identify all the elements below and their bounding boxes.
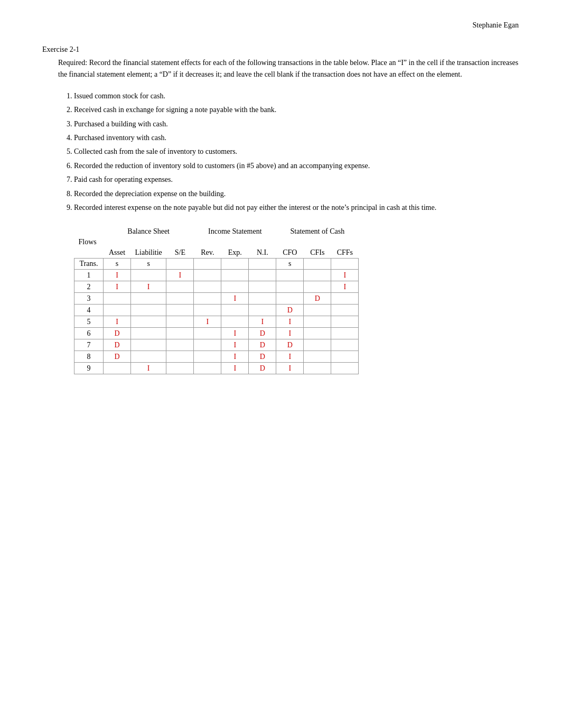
cfi-blank [304, 259, 331, 270]
instructions: Required: Record the financial statement… [58, 57, 519, 81]
table-cell: I [131, 363, 166, 374]
table-cell [104, 363, 131, 374]
table-cell [131, 305, 166, 316]
table-cell [304, 270, 331, 281]
table-cell [331, 328, 359, 339]
table-cell [331, 339, 359, 351]
table-cell: I [221, 328, 249, 339]
list-item: Paid cash for operating expenses. [74, 174, 519, 186]
table-cell [221, 316, 249, 328]
table-cell: 1 [74, 270, 104, 281]
table-cell: D [104, 328, 131, 339]
table-cell: I [276, 351, 304, 363]
rev-blank [194, 259, 221, 270]
table-cell: D [104, 351, 131, 363]
table-cell: I [194, 316, 221, 328]
table-cell [221, 270, 249, 281]
table-cell: I [331, 281, 359, 293]
trans-header [74, 247, 104, 259]
table-cell: D [104, 339, 131, 351]
table-cell [304, 316, 331, 328]
table-cell [249, 281, 276, 293]
table-cell [194, 305, 221, 316]
cfo-header: CFO [276, 247, 304, 259]
list-item: Recorded the depreciation expense on the… [74, 188, 519, 200]
table-cell [194, 281, 221, 293]
table-cell [304, 351, 331, 363]
cfi-header: CFIs [304, 247, 331, 259]
table-row: 7DIDD [74, 339, 359, 351]
table-cell [249, 270, 276, 281]
income-statement-header: Income Statement [194, 226, 276, 237]
table-row: 5IIII [74, 316, 359, 328]
table-row: 1III [74, 270, 359, 281]
table-cell: 6 [74, 328, 104, 339]
table-section: Balance Sheet Income Statement Statement… [74, 226, 519, 374]
rev-header: Rev. [194, 247, 221, 259]
table-cell: D [276, 305, 304, 316]
exp-header: Exp. [221, 247, 249, 259]
flows-spacer [104, 237, 359, 247]
group-header-row: Balance Sheet Income Statement Statement… [74, 226, 359, 237]
balance-sheet-header: Balance Sheet [104, 226, 194, 237]
se-header: S/E [166, 247, 194, 259]
table-cell: D [276, 339, 304, 351]
empty-cell [74, 226, 104, 237]
table-cell [131, 351, 166, 363]
table-cell [249, 293, 276, 305]
table-cell: I [221, 339, 249, 351]
table-cell [131, 293, 166, 305]
trans-label: Trans. [74, 259, 104, 270]
table-cell: I [166, 270, 194, 281]
table-cell [249, 305, 276, 316]
table-cell: I [131, 281, 166, 293]
table-cell [166, 316, 194, 328]
flows-row: Flows [74, 237, 359, 247]
table-cell: D [249, 328, 276, 339]
table-cell: I [249, 316, 276, 328]
table-cell: I [276, 363, 304, 374]
table-cell [131, 339, 166, 351]
table-cell [221, 281, 249, 293]
table-cell [194, 363, 221, 374]
table-cell: 5 [74, 316, 104, 328]
liab-header: Liabilitie [131, 247, 166, 259]
transaction-list: Issued common stock for cash. Received c… [74, 90, 519, 214]
table-cell [104, 293, 131, 305]
exp-blank [221, 259, 249, 270]
table-cell [166, 363, 194, 374]
table-row: 4D [74, 305, 359, 316]
table-cell [276, 281, 304, 293]
list-item: Purchased inventory with cash. [74, 132, 519, 144]
table-cell [166, 339, 194, 351]
table-cell [166, 293, 194, 305]
table-cell [331, 316, 359, 328]
table-cell [194, 339, 221, 351]
table-cell: I [221, 351, 249, 363]
table-cell: D [249, 339, 276, 351]
table-cell: 8 [74, 351, 104, 363]
list-item: Recorded interest expense on the note pa… [74, 202, 519, 214]
table-cell [304, 281, 331, 293]
table-cell [194, 351, 221, 363]
table-cell [331, 363, 359, 374]
list-item: Collected cash from the sale of inventor… [74, 146, 519, 158]
table-cell: 7 [74, 339, 104, 351]
table-cell [131, 270, 166, 281]
flows-label: Flows [74, 237, 104, 247]
table-cell: D [249, 363, 276, 374]
table-cell [304, 328, 331, 339]
table-cell [304, 305, 331, 316]
table-cell: 9 [74, 363, 104, 374]
table-cell [276, 270, 304, 281]
col-header-row1: Asset Liabilitie S/E Rev. Exp. N.I. CFO … [74, 247, 359, 259]
table-cell [304, 363, 331, 374]
assets-s: s [104, 259, 131, 270]
table-cell [131, 328, 166, 339]
table-cell: 4 [74, 305, 104, 316]
exercise-title: Exercise 2-1 [42, 45, 519, 54]
table-cell [166, 351, 194, 363]
cff-header: CFFs [331, 247, 359, 259]
table-cell [194, 270, 221, 281]
liab-s: s [131, 259, 166, 270]
